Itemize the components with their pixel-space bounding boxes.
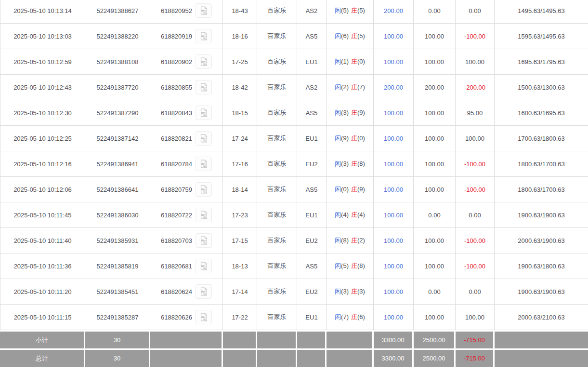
round-id: 618820821 xyxy=(161,135,192,142)
video-replay-button[interactable] xyxy=(196,284,212,299)
video-replay-button[interactable] xyxy=(196,106,212,120)
bet-id-cell: 522491385931 xyxy=(85,228,150,253)
result-cell: 闲(2)庄(7) xyxy=(327,75,374,100)
bet-amount: 100.00 xyxy=(384,186,403,193)
balance-cell: 1695.63/1795.63 xyxy=(495,49,588,75)
bet-record-row: 2025-05-10 10:11:20 522491385451 6188206… xyxy=(0,279,588,305)
bet-time: 2025-05-10 10:12:59 xyxy=(13,58,72,66)
bet-amount: 200.00 xyxy=(384,84,403,91)
bet-amount-cell[interactable]: 100.00 xyxy=(374,305,414,330)
player-result-label: 闲 xyxy=(335,211,341,218)
video-replay-button[interactable] xyxy=(196,208,212,222)
player-result-label: 闲 xyxy=(335,160,341,167)
bet-amount-cell[interactable]: 100.00 xyxy=(374,253,414,279)
round-id: 618820624 xyxy=(161,288,192,295)
video-file-icon xyxy=(199,159,209,169)
game-type-cell: 百家乐 xyxy=(257,202,297,228)
round-id-cell: 618820784 xyxy=(150,151,223,177)
table-round-cell: 18-16 xyxy=(223,24,257,49)
bet-amount-cell[interactable]: 100.00 xyxy=(374,177,414,202)
total-row: 总计 30 3300.00 2500.00 -715.00 xyxy=(0,350,588,367)
video-replay-button[interactable] xyxy=(196,233,212,248)
result-cell: 闲(3)庄(3) xyxy=(327,279,374,305)
bet-time: 2025-05-10 10:13:14 xyxy=(13,7,72,14)
table-footer: 小计 30 3300.00 2500.00 -715.00 总计 30 3300… xyxy=(0,332,588,367)
win-loss-cell: -100.00 xyxy=(456,24,495,49)
total-spacer-tableround xyxy=(223,350,256,367)
game-type-cell: 百家乐 xyxy=(257,49,297,75)
bet-amount: 100.00 xyxy=(384,314,403,321)
balance-cell: 1900.63/1800.63 xyxy=(495,253,588,279)
bet-amount-cell[interactable]: 100.00 xyxy=(374,228,414,253)
bet-amount-cell[interactable]: 100.00 xyxy=(374,279,414,305)
table-round-cell: 18-42 xyxy=(223,75,257,100)
table-code-cell: EU2 xyxy=(297,151,327,177)
bet-time-cell: 2025-05-10 10:11:45 xyxy=(0,202,85,228)
bet-record-row: 2025-05-10 10:11:45 522491386030 6188207… xyxy=(0,202,588,228)
balance-cell: 1500.63/1300.63 xyxy=(495,75,588,100)
bet-amount-cell[interactable]: 100.00 xyxy=(374,49,414,75)
win-loss-cell: 100.00 xyxy=(456,126,495,151)
banker-result-score: (2) xyxy=(357,237,365,244)
bet-amount: 100.00 xyxy=(384,160,403,168)
bet-record-row: 2025-05-10 10:12:30 522491387290 6188208… xyxy=(0,100,588,126)
bet-time-cell: 2025-05-10 10:11:40 xyxy=(0,228,85,253)
bet-amount-cell[interactable]: 200.00 xyxy=(374,75,414,100)
player-result-label: 闲 xyxy=(335,7,341,14)
total-bet-amount: 3300.00 xyxy=(374,350,412,367)
bet-id-cell: 522491388627 xyxy=(85,0,150,24)
valid-amount-cell: 100.00 xyxy=(414,49,456,75)
video-replay-button[interactable] xyxy=(196,259,212,273)
table-round-cell: 17-25 xyxy=(223,49,257,75)
bet-amount-cell[interactable]: 100.00 xyxy=(374,202,414,228)
video-replay-button[interactable] xyxy=(196,157,212,171)
round-id-cell: 618820821 xyxy=(150,126,223,151)
bet-record-row: 2025-05-10 10:12:25 522491387142 6188208… xyxy=(0,126,588,151)
valid-amount-cell: 100.00 xyxy=(414,228,456,253)
table-code-cell: EU1 xyxy=(297,49,327,75)
table-code-cell: AS2 xyxy=(297,75,327,100)
balance-cell: 1495.63/1495.63 xyxy=(495,0,588,24)
video-replay-button[interactable] xyxy=(196,80,212,94)
valid-amount-cell: 100.00 xyxy=(414,177,456,202)
bet-amount-cell[interactable]: 200.00 xyxy=(374,0,414,24)
bet-amount-cell[interactable]: 100.00 xyxy=(374,151,414,177)
balance-cell: 2000.63/2100.63 xyxy=(495,305,588,330)
video-replay-button[interactable] xyxy=(196,29,212,43)
valid-amount-cell: 100.00 xyxy=(414,151,456,177)
result-cell: 闲(3)庄(8) xyxy=(327,151,374,177)
table-code-cell: EU1 xyxy=(297,202,327,228)
bet-records-panel: 2025-05-10 10:13:14 522491388627 6188209… xyxy=(0,0,588,373)
video-replay-button[interactable] xyxy=(196,3,212,18)
banker-result-label: 庄 xyxy=(351,313,357,320)
bet-amount-cell[interactable]: 100.00 xyxy=(374,100,414,126)
bet-amount-cell[interactable]: 100.00 xyxy=(374,24,414,49)
bet-record-row: 2025-05-10 10:12:06 522491386641 6188207… xyxy=(0,177,588,202)
bet-time: 2025-05-10 10:12:06 xyxy=(13,186,72,193)
valid-amount-cell: 100.00 xyxy=(414,24,456,49)
result-cell: 闲(8)庄(2) xyxy=(327,228,374,253)
player-result-label: 闲 xyxy=(335,262,341,269)
bet-id-cell: 522491386030 xyxy=(85,202,150,228)
subtotal-row: 小计 30 3300.00 2500.00 -715.00 xyxy=(0,332,588,348)
video-replay-button[interactable] xyxy=(196,131,212,146)
round-id-cell: 618820681 xyxy=(150,253,223,279)
video-replay-button[interactable] xyxy=(196,182,212,197)
video-replay-button[interactable] xyxy=(196,54,212,69)
round-id-cell: 618820919 xyxy=(150,24,223,49)
bet-record-row: 2025-05-10 10:13:03 522491388220 6188209… xyxy=(0,24,588,49)
bet-time: 2025-05-10 10:12:16 xyxy=(13,160,72,168)
balance-cell: 1700.63/1800.63 xyxy=(495,126,588,151)
banker-result-label: 庄 xyxy=(351,262,357,269)
player-result-score: (5) xyxy=(341,262,349,269)
bet-id: 522491387290 xyxy=(97,109,139,117)
subtotal-win-loss: -715.00 xyxy=(456,332,493,348)
bet-id-cell: 522491387142 xyxy=(85,126,150,151)
bet-time-cell: 2025-05-10 10:12:06 xyxy=(0,177,85,202)
result-cell: 闲(5)庄(5) xyxy=(327,0,374,24)
bet-record-row: 2025-05-10 10:11:40 522491385931 6188207… xyxy=(0,228,588,253)
bet-amount-cell[interactable]: 100.00 xyxy=(374,126,414,151)
video-replay-button[interactable] xyxy=(196,310,212,324)
valid-amount-cell: 100.00 xyxy=(414,100,456,126)
bet-amount: 100.00 xyxy=(384,33,403,40)
